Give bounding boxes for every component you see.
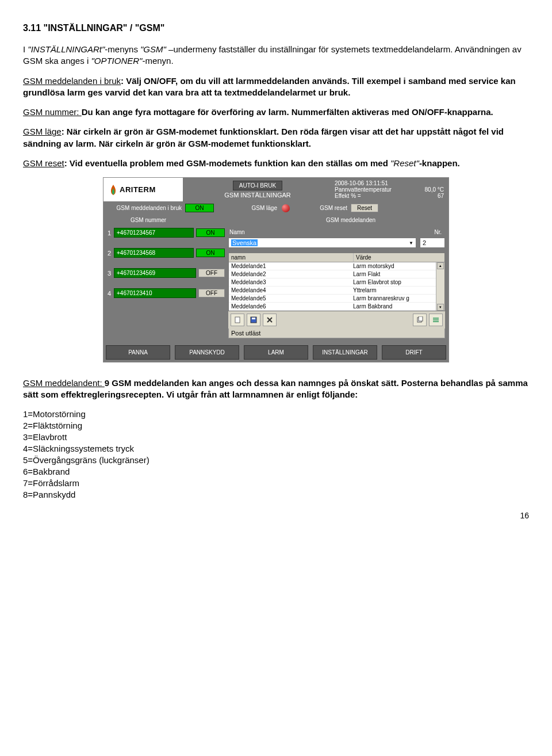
nav-larm[interactable]: LARM [244,345,308,360]
number-field-4[interactable]: +4670123410 [114,288,196,298]
delete-button[interactable] [263,314,277,326]
bottom-nav: PANNA PANNSKYDD LARM INSTÄLLNINGAR DRIFT [103,343,448,362]
para-3: GSM nummer: Du kan ange fyra mottagare f… [23,106,529,118]
nav-installningar[interactable]: INSTÄLLNINGAR [313,345,377,360]
status-post: Post utläst [228,329,445,338]
svg-rect-0 [235,317,240,323]
gsm-status-indicator [282,204,290,212]
number-field-1[interactable]: +46701234567 [114,228,194,238]
para-6: GSM meddelandent: 9 GSM meddelanden kan … [23,377,529,401]
label-gsm-reset: GSM reset [290,205,351,211]
label-nr: Nr. [434,229,442,235]
label-gsm-medd-bruk: GSM meddelanden i bruk [107,205,185,211]
number-toggle-2[interactable]: ON [196,249,225,257]
flame-icon [109,185,117,195]
table-row[interactable]: Meddelande6Larm Bakbrand [229,303,436,311]
table-row[interactable]: Meddelande4Yttrelarm [229,287,436,295]
nav-pannskydd[interactable]: PANNSKYDD [175,345,239,360]
label-gsm-meddelanden: GSM meddelanden [189,217,444,223]
nav-drift[interactable]: DRIFT [382,345,446,360]
label-gsm-nummer: GSM nummer [108,217,189,223]
label-gsm-lage: GSM läge [214,205,279,211]
col-header-namn: namn [229,253,354,262]
brand-logo: ARITERM [103,178,183,201]
para-2: GSM meddelanden i bruk: Välj ON/OFF, om … [23,75,529,99]
auto-button[interactable]: AUTO-I BRUK [233,181,282,190]
save-button[interactable] [247,314,260,326]
svg-rect-5 [433,318,439,319]
number-toggle-4[interactable]: OFF [198,289,225,297]
scrollbar[interactable]: ▴ ▾ [436,262,444,311]
table-row[interactable]: Meddelande5Larm brannareskruv g [229,295,436,303]
col-header-varde: Värde [354,253,444,262]
nr-field[interactable]: 2 [420,238,445,248]
screen-title: GSM INSTÄLLNINGAR [224,192,291,198]
name-select[interactable]: Svenska ▼ [228,238,416,248]
chevron-down-icon: ▼ [409,240,413,246]
label-namn: Namn [229,229,245,235]
table-row[interactable]: Meddelande3Larm Elavbrot stop [229,278,436,287]
status-area: 2008-10-06 13:11:51 Pannvattentemperatur… [332,178,448,201]
gsm-medd-on-button[interactable]: ON [185,204,214,212]
scroll-down-icon[interactable]: ▾ [437,304,444,311]
svg-rect-2 [252,318,255,319]
para-5: GSM reset: Vid eventuella problem med GS… [23,158,529,169]
number-field-3[interactable]: +46701234569 [114,268,196,278]
section-heading: 3.11 "INSTÄLLNINGAR" / "GSM" [23,23,529,33]
svg-rect-4 [419,316,423,321]
message-table: namn Värde Meddelande1Larm motorskyd Med… [228,253,445,311]
reset-button[interactable]: Reset [351,204,378,212]
page-number: 16 [23,511,529,520]
table-row[interactable]: Meddelande1Larm motorskyd [229,262,436,270]
list-button[interactable] [429,314,443,326]
app-screenshot: ARITERM AUTO-I BRUK GSM INSTÄLLNINGAR 20… [103,177,449,362]
number-field-2[interactable]: +46701234568 [114,248,194,258]
number-toggle-3[interactable]: OFF [198,269,225,277]
para-4: GSM läge: När cirkeln är grön är GSM-mod… [23,126,529,150]
svg-rect-6 [433,319,439,320]
number-row-1: 1 +46701234567 ON [107,228,225,238]
toolbar [228,311,445,329]
numbers-column: 1 +46701234567 ON 2 +46701234568 ON 3 +4… [107,228,225,338]
larm-list: 1=Motorstörning 2=Fläktstörning 3=Elavbr… [23,409,529,499]
nav-panna[interactable]: PANNA [106,345,170,360]
new-button[interactable] [231,314,244,326]
para-1: I "INSTÄLLNINGARt"-menyns "GSM" –underme… [23,44,529,67]
copy-button[interactable] [413,314,427,326]
number-toggle-1[interactable]: ON [196,228,225,237]
scroll-up-icon[interactable]: ▴ [437,262,444,269]
svg-rect-7 [433,321,439,322]
table-row[interactable]: Meddelande2Larm Flakt [229,270,436,278]
